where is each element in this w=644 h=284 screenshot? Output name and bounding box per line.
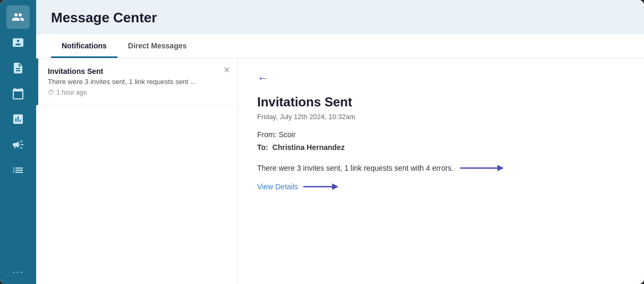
tabs-bar: Notifications Direct Messages: [36, 34, 644, 59]
detail-link-row: View Details: [257, 181, 625, 192]
to-value: Christina Hernandez: [273, 143, 345, 152]
back-button[interactable]: ←: [257, 71, 269, 85]
main-content: Message Center Notifications Direct Mess…: [36, 0, 644, 284]
notification-preview: There were 3 invites sent, 1 link reques…: [48, 78, 228, 86]
detail-from: From: Scoir: [257, 130, 625, 139]
sidebar-icon-calendar[interactable]: [6, 82, 30, 105]
clock-icon: ⏱: [48, 89, 54, 96]
sidebar-icon-people-group[interactable]: [6, 5, 30, 29]
more-options-button[interactable]: ...: [12, 264, 23, 275]
page-header: Message Center: [36, 0, 644, 34]
link-arrow-icon: [303, 181, 341, 192]
sidebar-icon-id-badge[interactable]: [6, 31, 30, 54]
svg-marker-3: [332, 183, 338, 190]
tab-notifications[interactable]: Notifications: [51, 34, 117, 58]
view-details-link[interactable]: View Details: [257, 182, 298, 191]
content-area: Invitations Sent There were 3 invites se…: [36, 59, 644, 284]
tab-direct-messages[interactable]: Direct Messages: [117, 34, 198, 58]
sidebar: ...: [0, 0, 36, 284]
notifications-list: Invitations Sent There were 3 invites se…: [36, 59, 238, 284]
notification-title: Invitations Sent: [48, 67, 228, 76]
from-value: Scoir: [278, 130, 295, 139]
detail-title: Invitations Sent: [257, 95, 625, 110]
notification-close-button[interactable]: ✕: [223, 66, 230, 74]
body-arrow-icon: [460, 162, 508, 174]
page-title: Message Center: [51, 10, 629, 26]
app-window: ... Message Center Notifications Direct …: [0, 0, 644, 284]
to-label: To:: [257, 143, 268, 152]
detail-date: Friday, July 12th 2024, 10:32am: [257, 113, 625, 121]
detail-panel: ← Invitations Sent Friday, July 12th 202…: [238, 59, 644, 284]
body-text: There were 3 invites sent, 1 link reques…: [257, 164, 454, 172]
sidebar-icon-document[interactable]: [6, 56, 30, 80]
sidebar-icon-megaphone[interactable]: [6, 133, 30, 156]
from-label: From:: [257, 130, 277, 139]
notification-item[interactable]: Invitations Sent There were 3 invites se…: [36, 59, 238, 105]
sidebar-icon-chart[interactable]: [6, 107, 30, 131]
svg-marker-1: [497, 165, 504, 171]
notification-time: ⏱ 1 hour ago: [48, 89, 228, 96]
detail-to: To: Christina Hernandez: [257, 143, 625, 152]
detail-body: There were 3 invites sent, 1 link reques…: [257, 162, 625, 174]
sidebar-icon-list[interactable]: [6, 158, 30, 182]
